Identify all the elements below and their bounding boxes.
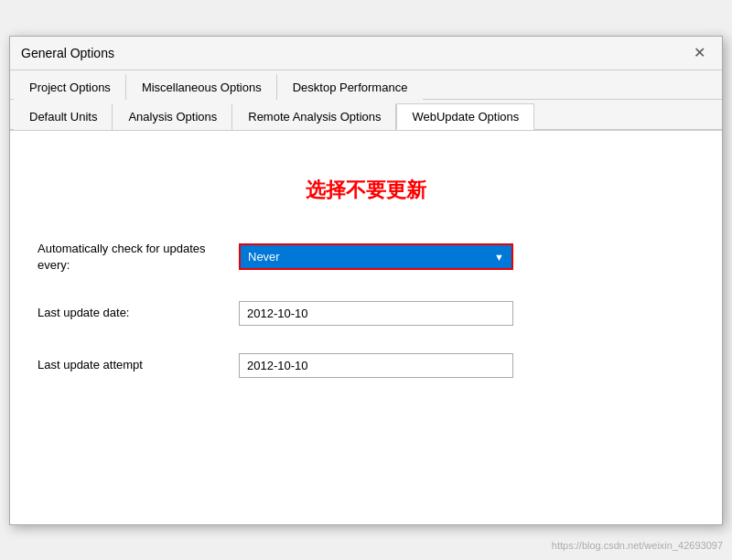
auto-check-dropdown-value: Never <box>241 245 487 268</box>
auto-check-dropdown-wrapper: Never ▼ <box>239 243 513 270</box>
tab-miscellaneous-options[interactable]: Miscellaneous Options <box>126 74 277 100</box>
tab-webupdate-options[interactable]: WebUpdate Options <box>396 103 534 130</box>
title-bar: General Options ✕ <box>10 37 722 70</box>
auto-check-label: Automatically check for updates every: <box>38 241 239 274</box>
last-update-attempt-row: Last update attempt <box>38 353 694 378</box>
last-update-attempt-label: Last update attempt <box>38 357 239 373</box>
tab-default-units[interactable]: Default Units <box>14 103 113 130</box>
last-update-date-control <box>239 301 513 326</box>
tab-desktop-performance[interactable]: Desktop Performance <box>277 74 424 100</box>
auto-check-row: Automatically check for updates every: N… <box>38 241 694 274</box>
tab-project-options[interactable]: Project Options <box>14 74 126 100</box>
close-button[interactable]: ✕ <box>688 44 711 62</box>
last-update-attempt-input[interactable] <box>239 353 513 378</box>
watermark: https://blog.csdn.net/weixin_42693097 <box>552 540 723 551</box>
last-update-date-input[interactable] <box>239 301 513 326</box>
last-update-date-label: Last update date: <box>38 305 239 321</box>
tab-analysis-options[interactable]: Analysis Options <box>113 103 232 130</box>
general-options-dialog: General Options ✕ Project Options Miscel… <box>9 36 723 525</box>
content-area: 选择不要更新 Automatically check for updates e… <box>10 131 722 524</box>
tab-row-1: Project Options Miscellaneous Options De… <box>10 70 722 100</box>
auto-check-control: Never ▼ <box>239 243 513 270</box>
chinese-title: 选择不要更新 <box>38 177 694 204</box>
tabs-container: Project Options Miscellaneous Options De… <box>10 70 722 131</box>
last-update-attempt-control <box>239 353 513 378</box>
tab-remote-analysis-options[interactable]: Remote Analysis Options <box>232 103 396 130</box>
last-update-date-row: Last update date: <box>38 301 694 326</box>
dialog-title: General Options <box>21 46 114 60</box>
auto-check-dropdown-arrow[interactable]: ▼ <box>487 245 511 268</box>
tab-row-2: Default Units Analysis Options Remote An… <box>10 100 722 131</box>
